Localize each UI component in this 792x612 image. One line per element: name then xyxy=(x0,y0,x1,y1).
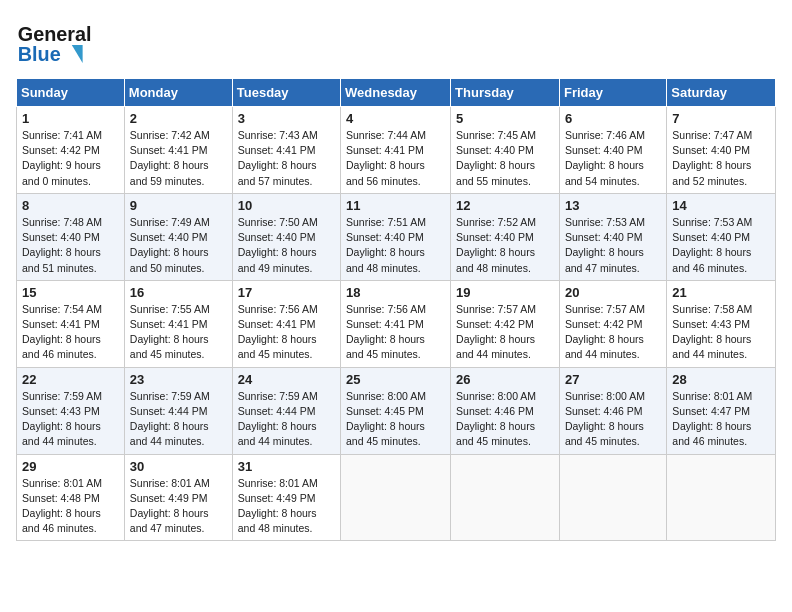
cell-content: Sunrise: 8:01 AMSunset: 4:49 PMDaylight:… xyxy=(238,476,335,537)
calendar-cell xyxy=(667,454,776,541)
cell-content: Sunrise: 7:53 AMSunset: 4:40 PMDaylight:… xyxy=(672,215,770,276)
day-number: 7 xyxy=(672,111,770,126)
cell-content: Sunrise: 7:54 AMSunset: 4:41 PMDaylight:… xyxy=(22,302,119,363)
col-header-friday: Friday xyxy=(559,79,666,107)
cell-content: Sunrise: 7:59 AMSunset: 4:43 PMDaylight:… xyxy=(22,389,119,450)
cell-content: Sunrise: 7:51 AMSunset: 4:40 PMDaylight:… xyxy=(346,215,445,276)
cell-content: Sunrise: 8:00 AMSunset: 4:45 PMDaylight:… xyxy=(346,389,445,450)
week-row-5: 29Sunrise: 8:01 AMSunset: 4:48 PMDayligh… xyxy=(17,454,776,541)
calendar-cell: 22Sunrise: 7:59 AMSunset: 4:43 PMDayligh… xyxy=(17,367,125,454)
cell-content: Sunrise: 7:46 AMSunset: 4:40 PMDaylight:… xyxy=(565,128,661,189)
calendar-cell: 19Sunrise: 7:57 AMSunset: 4:42 PMDayligh… xyxy=(451,280,560,367)
cell-content: Sunrise: 7:56 AMSunset: 4:41 PMDaylight:… xyxy=(238,302,335,363)
calendar-cell: 16Sunrise: 7:55 AMSunset: 4:41 PMDayligh… xyxy=(124,280,232,367)
day-number: 1 xyxy=(22,111,119,126)
calendar-cell: 2Sunrise: 7:42 AMSunset: 4:41 PMDaylight… xyxy=(124,107,232,194)
cell-content: Sunrise: 7:52 AMSunset: 4:40 PMDaylight:… xyxy=(456,215,554,276)
cell-content: Sunrise: 7:57 AMSunset: 4:42 PMDaylight:… xyxy=(565,302,661,363)
calendar-cell: 18Sunrise: 7:56 AMSunset: 4:41 PMDayligh… xyxy=(341,280,451,367)
calendar-cell: 24Sunrise: 7:59 AMSunset: 4:44 PMDayligh… xyxy=(232,367,340,454)
day-number: 4 xyxy=(346,111,445,126)
cell-content: Sunrise: 7:42 AMSunset: 4:41 PMDaylight:… xyxy=(130,128,227,189)
calendar-cell: 9Sunrise: 7:49 AMSunset: 4:40 PMDaylight… xyxy=(124,193,232,280)
day-number: 10 xyxy=(238,198,335,213)
svg-text:Blue: Blue xyxy=(18,43,61,65)
calendar-cell: 29Sunrise: 8:01 AMSunset: 4:48 PMDayligh… xyxy=(17,454,125,541)
cell-content: Sunrise: 8:01 AMSunset: 4:49 PMDaylight:… xyxy=(130,476,227,537)
day-number: 16 xyxy=(130,285,227,300)
logo-svg: General Blue xyxy=(16,16,106,66)
calendar-table: SundayMondayTuesdayWednesdayThursdayFrid… xyxy=(16,78,776,541)
cell-content: Sunrise: 7:56 AMSunset: 4:41 PMDaylight:… xyxy=(346,302,445,363)
cell-content: Sunrise: 7:53 AMSunset: 4:40 PMDaylight:… xyxy=(565,215,661,276)
day-number: 25 xyxy=(346,372,445,387)
day-number: 27 xyxy=(565,372,661,387)
day-number: 26 xyxy=(456,372,554,387)
col-header-sunday: Sunday xyxy=(17,79,125,107)
cell-content: Sunrise: 7:59 AMSunset: 4:44 PMDaylight:… xyxy=(130,389,227,450)
calendar-cell: 3Sunrise: 7:43 AMSunset: 4:41 PMDaylight… xyxy=(232,107,340,194)
svg-text:General: General xyxy=(18,23,92,45)
svg-marker-2 xyxy=(72,45,83,63)
calendar-cell: 17Sunrise: 7:56 AMSunset: 4:41 PMDayligh… xyxy=(232,280,340,367)
day-number: 17 xyxy=(238,285,335,300)
day-number: 3 xyxy=(238,111,335,126)
day-number: 11 xyxy=(346,198,445,213)
cell-content: Sunrise: 7:47 AMSunset: 4:40 PMDaylight:… xyxy=(672,128,770,189)
logo: General Blue xyxy=(16,16,106,66)
cell-content: Sunrise: 7:50 AMSunset: 4:40 PMDaylight:… xyxy=(238,215,335,276)
day-number: 30 xyxy=(130,459,227,474)
day-number: 24 xyxy=(238,372,335,387)
calendar-cell: 27Sunrise: 8:00 AMSunset: 4:46 PMDayligh… xyxy=(559,367,666,454)
day-number: 22 xyxy=(22,372,119,387)
calendar-cell: 4Sunrise: 7:44 AMSunset: 4:41 PMDaylight… xyxy=(341,107,451,194)
week-row-1: 1Sunrise: 7:41 AMSunset: 4:42 PMDaylight… xyxy=(17,107,776,194)
day-number: 2 xyxy=(130,111,227,126)
day-number: 23 xyxy=(130,372,227,387)
day-number: 14 xyxy=(672,198,770,213)
calendar-cell xyxy=(341,454,451,541)
day-number: 21 xyxy=(672,285,770,300)
calendar-cell xyxy=(451,454,560,541)
cell-content: Sunrise: 7:43 AMSunset: 4:41 PMDaylight:… xyxy=(238,128,335,189)
calendar-cell: 30Sunrise: 8:01 AMSunset: 4:49 PMDayligh… xyxy=(124,454,232,541)
day-number: 31 xyxy=(238,459,335,474)
col-header-monday: Monday xyxy=(124,79,232,107)
day-number: 19 xyxy=(456,285,554,300)
day-number: 12 xyxy=(456,198,554,213)
cell-content: Sunrise: 8:00 AMSunset: 4:46 PMDaylight:… xyxy=(565,389,661,450)
day-number: 20 xyxy=(565,285,661,300)
calendar-cell: 31Sunrise: 8:01 AMSunset: 4:49 PMDayligh… xyxy=(232,454,340,541)
calendar-cell: 28Sunrise: 8:01 AMSunset: 4:47 PMDayligh… xyxy=(667,367,776,454)
day-number: 18 xyxy=(346,285,445,300)
cell-content: Sunrise: 7:57 AMSunset: 4:42 PMDaylight:… xyxy=(456,302,554,363)
day-number: 9 xyxy=(130,198,227,213)
cell-content: Sunrise: 7:45 AMSunset: 4:40 PMDaylight:… xyxy=(456,128,554,189)
calendar-cell: 26Sunrise: 8:00 AMSunset: 4:46 PMDayligh… xyxy=(451,367,560,454)
week-row-4: 22Sunrise: 7:59 AMSunset: 4:43 PMDayligh… xyxy=(17,367,776,454)
day-number: 28 xyxy=(672,372,770,387)
page-header: General Blue xyxy=(16,16,776,66)
calendar-cell: 21Sunrise: 7:58 AMSunset: 4:43 PMDayligh… xyxy=(667,280,776,367)
cell-content: Sunrise: 8:00 AMSunset: 4:46 PMDaylight:… xyxy=(456,389,554,450)
col-header-thursday: Thursday xyxy=(451,79,560,107)
col-header-saturday: Saturday xyxy=(667,79,776,107)
calendar-cell: 13Sunrise: 7:53 AMSunset: 4:40 PMDayligh… xyxy=(559,193,666,280)
day-number: 15 xyxy=(22,285,119,300)
col-header-tuesday: Tuesday xyxy=(232,79,340,107)
calendar-cell: 1Sunrise: 7:41 AMSunset: 4:42 PMDaylight… xyxy=(17,107,125,194)
cell-content: Sunrise: 7:48 AMSunset: 4:40 PMDaylight:… xyxy=(22,215,119,276)
calendar-cell: 6Sunrise: 7:46 AMSunset: 4:40 PMDaylight… xyxy=(559,107,666,194)
calendar-cell: 11Sunrise: 7:51 AMSunset: 4:40 PMDayligh… xyxy=(341,193,451,280)
calendar-cell: 20Sunrise: 7:57 AMSunset: 4:42 PMDayligh… xyxy=(559,280,666,367)
cell-content: Sunrise: 7:55 AMSunset: 4:41 PMDaylight:… xyxy=(130,302,227,363)
calendar-cell: 10Sunrise: 7:50 AMSunset: 4:40 PMDayligh… xyxy=(232,193,340,280)
calendar-cell: 12Sunrise: 7:52 AMSunset: 4:40 PMDayligh… xyxy=(451,193,560,280)
cell-content: Sunrise: 7:49 AMSunset: 4:40 PMDaylight:… xyxy=(130,215,227,276)
cell-content: Sunrise: 7:41 AMSunset: 4:42 PMDaylight:… xyxy=(22,128,119,189)
day-number: 6 xyxy=(565,111,661,126)
cell-content: Sunrise: 7:44 AMSunset: 4:41 PMDaylight:… xyxy=(346,128,445,189)
cell-content: Sunrise: 7:58 AMSunset: 4:43 PMDaylight:… xyxy=(672,302,770,363)
cell-content: Sunrise: 7:59 AMSunset: 4:44 PMDaylight:… xyxy=(238,389,335,450)
cell-content: Sunrise: 8:01 AMSunset: 4:48 PMDaylight:… xyxy=(22,476,119,537)
